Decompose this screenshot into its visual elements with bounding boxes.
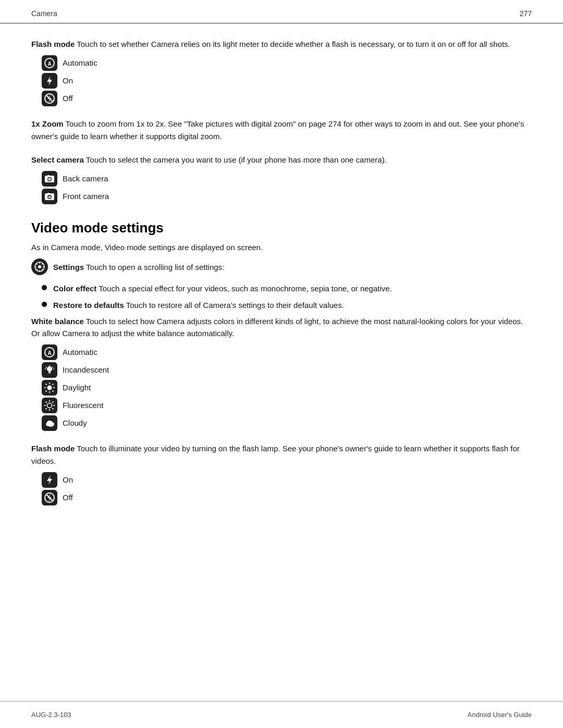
wb-incandescent-option: Incandescent — [42, 362, 532, 378]
zoom-description: Touch to zoom from 1x to 2x. See "Take p… — [31, 119, 524, 140]
svg-text:A: A — [47, 61, 51, 67]
wb-fluorescent-label: Fluorescent — [63, 400, 103, 412]
video-mode-heading: Video mode settings — [31, 220, 532, 236]
flash-automatic-option: A Automatic — [42, 55, 532, 71]
svg-line-43 — [46, 391, 47, 392]
video-flash-on-icon — [42, 472, 57, 488]
flash-on-icon — [42, 73, 57, 89]
automatic-icon-svg: A — [44, 57, 55, 69]
svg-line-31 — [46, 367, 47, 368]
flash-on-icon-svg — [44, 75, 55, 87]
select-camera-section: Select camera Touch to select the camera… — [31, 154, 532, 204]
svg-line-32 — [53, 367, 54, 368]
svg-rect-28 — [48, 372, 51, 373]
svg-line-22 — [42, 269, 43, 270]
flash-on-label: On — [63, 75, 73, 87]
wb-daylight-option: Daylight — [42, 380, 532, 396]
settings-label: Settings Touch to open a scrolling list … — [53, 263, 224, 272]
footer-guide: Android User's Guide — [468, 711, 532, 719]
settings-icon — [31, 258, 48, 275]
restore-defaults-text: Restore to defaults Touch to restore all… — [53, 299, 344, 311]
svg-line-50 — [52, 409, 53, 410]
front-camera-icon: F — [42, 189, 57, 204]
svg-line-40 — [46, 384, 47, 385]
svg-line-21 — [36, 264, 38, 265]
svg-marker-5 — [47, 94, 52, 103]
flash-on-option: On — [42, 73, 532, 89]
wb-fluorescent-option: Fluorescent — [42, 398, 532, 413]
flash-mode-para: Flash mode Touch to set whether Camera r… — [31, 38, 532, 50]
svg-line-24 — [36, 269, 38, 270]
white-balance-section: White balance Touch to select how Camera… — [31, 315, 532, 431]
svg-rect-13 — [47, 193, 50, 194]
flash-mode-term: Flash mode — [31, 40, 75, 48]
select-camera-description: Touch to select the camera you want to u… — [86, 155, 387, 164]
wb-automatic-label: Automatic — [63, 347, 97, 359]
white-balance-description: Touch to select how Camera adjusts color… — [31, 317, 523, 338]
flash-mode-description: Touch to set whether Camera relies on it… — [77, 40, 510, 48]
svg-text:F: F — [48, 195, 50, 198]
flash-mode-video-term: Flash mode — [31, 444, 75, 453]
video-flash-off-option: Off — [42, 490, 532, 505]
flash-mode-video-description: Touch to illuminate your video by turnin… — [31, 444, 520, 465]
video-mode-intro: As in Camera mode, Video mode settings a… — [31, 241, 532, 253]
flash-off-icon-svg — [44, 93, 55, 104]
select-camera-term: Select camera — [31, 155, 84, 164]
main-content: Flash mode Touch to set whether Camera r… — [0, 38, 563, 548]
svg-line-52 — [46, 409, 47, 410]
svg-line-41 — [52, 391, 53, 392]
flash-mode-section: Flash mode Touch to set whether Camera r… — [31, 38, 532, 106]
flash-automatic-label: Automatic — [63, 57, 97, 69]
svg-marker-59 — [47, 493, 52, 502]
settings-icon-svg — [34, 261, 45, 273]
flash-off-label: Off — [63, 93, 73, 105]
svg-line-49 — [46, 402, 47, 403]
bullet-list: Color effect Touch a special effect for … — [42, 282, 532, 311]
back-camera-icon-svg — [44, 173, 55, 184]
header-chapter: Camera — [31, 9, 57, 18]
white-balance-options: A Automatic — [42, 344, 532, 431]
restore-defaults-item: Restore to defaults Touch to restore all… — [42, 299, 532, 311]
page: Camera 277 Flash mode Touch to set wheth… — [0, 0, 563, 728]
back-camera-option: Back camera — [42, 171, 532, 187]
header-page-number: 277 — [520, 9, 532, 18]
white-balance-para: White balance Touch to select how Camera… — [31, 315, 532, 340]
zoom-para: 1x Zoom Touch to zoom from 1x to 2x. See… — [31, 118, 532, 142]
svg-line-51 — [52, 402, 53, 403]
page-footer: AUG-2.3-103 Android User's Guide — [0, 701, 563, 728]
video-flash-on-icon-svg — [44, 474, 55, 486]
color-effect-item: Color effect Touch a special effect for … — [42, 282, 532, 294]
video-flash-off-label: Off — [63, 492, 73, 504]
svg-rect-9 — [47, 175, 50, 176]
front-camera-icon-svg: F — [44, 191, 55, 202]
wb-automatic-icon-svg: A — [44, 347, 55, 358]
flash-mode-options: A Automatic On — [42, 55, 532, 106]
svg-marker-2 — [47, 76, 52, 85]
select-camera-para: Select camera Touch to select the camera… — [31, 154, 532, 166]
svg-line-23 — [42, 264, 43, 265]
svg-point-27 — [47, 366, 52, 372]
wb-incandescent-icon — [42, 362, 57, 378]
flash-mode-video-para: Flash mode Touch to illuminate your vide… — [31, 442, 532, 467]
svg-line-42 — [52, 384, 53, 385]
video-flash-on-option: On — [42, 472, 532, 488]
bullet-dot-1 — [42, 285, 47, 290]
video-flash-off-icon-svg — [44, 492, 55, 503]
wb-incandescent-icon-svg — [44, 364, 55, 376]
page-header: Camera 277 — [0, 0, 563, 23]
zoom-term: 1x Zoom — [31, 119, 64, 128]
svg-point-35 — [47, 386, 52, 390]
front-camera-label: Front camera — [63, 191, 109, 203]
wb-daylight-icon-svg — [44, 382, 55, 393]
video-flash-on-label: On — [63, 474, 73, 486]
flash-off-icon — [42, 91, 57, 106]
svg-point-8 — [48, 178, 51, 181]
wb-cloudy-icon — [42, 415, 57, 431]
flash-mode-video-section: Flash mode Touch to illuminate your vide… — [31, 442, 532, 505]
front-camera-option: F Front camera — [42, 189, 532, 204]
svg-rect-29 — [49, 373, 51, 374]
flash-off-option: Off — [42, 91, 532, 106]
flash-mode-video-options: On Off — [42, 472, 532, 505]
svg-marker-56 — [47, 475, 52, 485]
wb-cloudy-option: Cloudy — [42, 415, 532, 431]
